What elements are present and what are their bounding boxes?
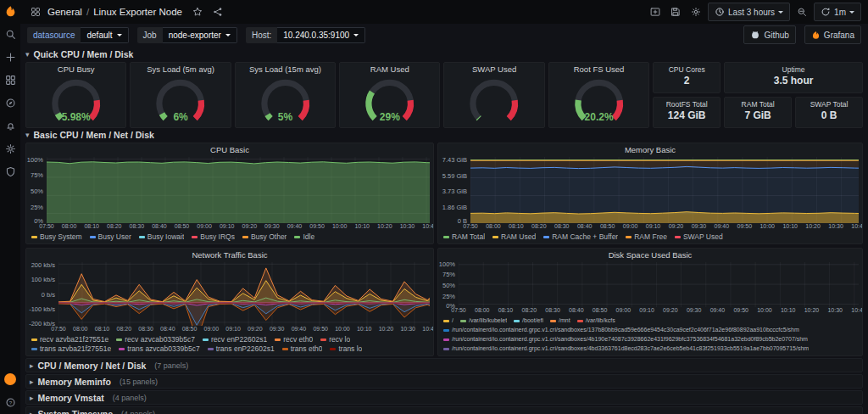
refresh-interval-label: 1m xyxy=(834,8,846,17)
legend-color-chip xyxy=(31,236,37,238)
panel-title[interactable]: Uptime xyxy=(725,63,862,74)
legend-item[interactable]: Busy Iowait xyxy=(139,232,184,241)
refresh-icon xyxy=(821,7,831,17)
user-avatar[interactable] xyxy=(3,372,17,386)
legend-item[interactable]: RAM Used xyxy=(492,232,536,241)
time-range-picker[interactable]: Last 3 hours xyxy=(708,3,790,21)
legend-item[interactable]: /boot/efi xyxy=(514,316,543,325)
legend-item[interactable]: RAM Total xyxy=(443,232,485,241)
legend-item[interactable]: RAM Free xyxy=(626,232,667,241)
breadcrumb[interactable]: General / Linux Exporter Node xyxy=(47,7,182,17)
create-plus-icon[interactable] xyxy=(3,50,17,64)
legend-item[interactable]: RAM Cache + Buffer xyxy=(543,232,618,241)
legend-item[interactable]: Idle xyxy=(294,232,314,241)
legend-item[interactable]: Busy User xyxy=(90,232,131,241)
legend-item[interactable]: SWAP Used xyxy=(675,232,723,241)
legend-item[interactable]: trans enP22602s1 xyxy=(208,344,275,353)
help-icon[interactable]: ? xyxy=(3,395,17,409)
legend-label: /var/lib/kubelet xyxy=(469,316,507,325)
gauge-value: 5% xyxy=(236,111,335,123)
legend-item[interactable]: recv eth0 xyxy=(275,335,313,344)
x-tick: 08:50 xyxy=(593,307,608,313)
legend-item[interactable]: trans lo xyxy=(330,344,362,353)
y-tick: 100 kb/s xyxy=(31,275,55,283)
zoom-out-icon[interactable] xyxy=(793,3,810,20)
legend-item[interactable]: /var/lib/kubelet xyxy=(460,316,507,325)
gauge xyxy=(444,75,543,127)
legend-item[interactable]: trans azvba21f27551e xyxy=(31,344,111,353)
row-title: Memory Meminfo xyxy=(38,377,111,387)
plot-area[interactable] xyxy=(470,157,859,223)
row-memory-meminfo[interactable]: ▸ Memory Meminfo (15 panels) xyxy=(25,374,863,389)
panel-title[interactable]: Disk Space Used Basic xyxy=(438,249,862,260)
panel-title[interactable]: CPU Basic xyxy=(26,143,433,155)
search-icon[interactable] xyxy=(3,27,17,41)
variable-value-dropdown[interactable]: 10.240.0.35:9100 xyxy=(277,27,365,43)
legend-item[interactable]: Busy Other xyxy=(242,232,287,241)
row-cpu-memory-net-disk[interactable]: ▸ CPU / Memory / Net / Disk (7 panels) xyxy=(25,358,863,372)
panel-title[interactable]: RAM Total xyxy=(725,98,791,109)
legend-color-chip xyxy=(90,236,96,238)
save-dashboard-icon[interactable] xyxy=(667,3,684,20)
legend-item[interactable]: /run/containerd/io.containerd.grpc.v1.cr… xyxy=(443,335,808,344)
legend-item[interactable]: trans eth0 xyxy=(282,344,323,353)
row-header-basic[interactable]: ▾ Basic CPU / Mem / Net / Disk xyxy=(25,130,863,140)
legend-item[interactable]: trans azvcab0339b5c7 xyxy=(119,344,200,353)
dashboards-grid-icon[interactable] xyxy=(3,73,17,87)
alerting-bell-icon[interactable] xyxy=(3,119,17,132)
legend-item[interactable]: /mnt xyxy=(550,316,570,325)
legend-color-chip xyxy=(282,348,288,350)
legend-item[interactable]: recv azvba21f27551e xyxy=(31,335,108,344)
panel-title[interactable]: SWAP Total xyxy=(796,98,862,109)
row-header-quick[interactable]: ▾ Quick CPU / Mem / Disk xyxy=(25,49,863,59)
panel-title[interactable]: CPU Cores xyxy=(654,63,720,74)
x-tick: 09:10 xyxy=(639,307,654,313)
grafana-link-button[interactable]: Grafana xyxy=(804,25,861,44)
row-system-timesync[interactable]: ▸ System Timesync (4 panels) xyxy=(25,406,863,414)
x-tick: 09:40 xyxy=(710,307,726,313)
panel-title[interactable]: CPU Busy xyxy=(26,63,125,75)
panel-title[interactable]: Root FS Used xyxy=(549,63,648,75)
configuration-gear-icon[interactable] xyxy=(3,142,17,155)
x-tick: 10:30 xyxy=(400,326,415,332)
panel-title[interactable]: RAM Used xyxy=(340,63,439,75)
server-admin-shield-icon[interactable] xyxy=(3,165,17,178)
plot-area[interactable] xyxy=(58,262,430,326)
x-tick: 09:20 xyxy=(669,223,684,229)
variable-label: datasource xyxy=(27,27,81,43)
star-icon[interactable] xyxy=(189,3,206,20)
variable-value-dropdown[interactable]: node-exporter xyxy=(163,27,237,43)
variable-value-dropdown[interactable]: default xyxy=(81,27,128,43)
grafana-logo-icon[interactable] xyxy=(3,4,17,18)
legend-item[interactable]: recv azvcab0339b5c7 xyxy=(116,335,195,344)
explore-compass-icon[interactable] xyxy=(3,96,17,109)
x-tick: 09:40 xyxy=(287,223,303,229)
legend-item[interactable]: /var/lib/kcfs xyxy=(577,316,615,325)
legend-item[interactable]: Busy System xyxy=(31,232,82,241)
row-memory-vmstat[interactable]: ▸ Memory Vmstat (4 panels) xyxy=(25,390,863,405)
add-panel-icon[interactable] xyxy=(647,3,664,20)
breadcrumb-folder[interactable]: General xyxy=(47,7,82,17)
x-tick: 08:20 xyxy=(117,326,132,332)
legend-label: recv lo xyxy=(329,335,350,344)
legend-item[interactable]: recv lo xyxy=(320,335,350,344)
legend-item[interactable]: Busy IRQs xyxy=(192,232,235,241)
plot-area[interactable] xyxy=(47,157,430,223)
dashboard-settings-gear-icon[interactable] xyxy=(687,3,704,20)
legend-item[interactable]: /run/containerd/io.containerd.grpc.v1.cr… xyxy=(443,344,809,353)
x-tick: 10:10 xyxy=(782,223,798,229)
panel-title[interactable]: Sys Load (5m avg) xyxy=(131,63,230,75)
refresh-button[interactable]: 1m xyxy=(814,3,861,21)
panel-title[interactable]: Network Traffic Basic xyxy=(26,249,433,260)
share-icon[interactable] xyxy=(209,3,226,20)
legend-item[interactable]: recv enP22602s1 xyxy=(203,335,267,344)
panel-title[interactable]: Sys Load (15m avg) xyxy=(236,63,335,75)
plot-area[interactable] xyxy=(459,262,859,307)
panel-title[interactable]: RootFS Total xyxy=(654,98,720,109)
legend-item[interactable]: / xyxy=(443,316,453,325)
legend: //var/lib/kubelet/boot/efi/mnt/var/lib/k… xyxy=(438,316,862,355)
panel-title[interactable]: Memory Basic xyxy=(438,143,862,155)
panel-title[interactable]: SWAP Used xyxy=(444,63,543,75)
legend-item[interactable]: /run/containerd/io.containerd.grpc.v1.cr… xyxy=(443,326,799,334)
github-link-button[interactable]: Github xyxy=(743,25,795,44)
